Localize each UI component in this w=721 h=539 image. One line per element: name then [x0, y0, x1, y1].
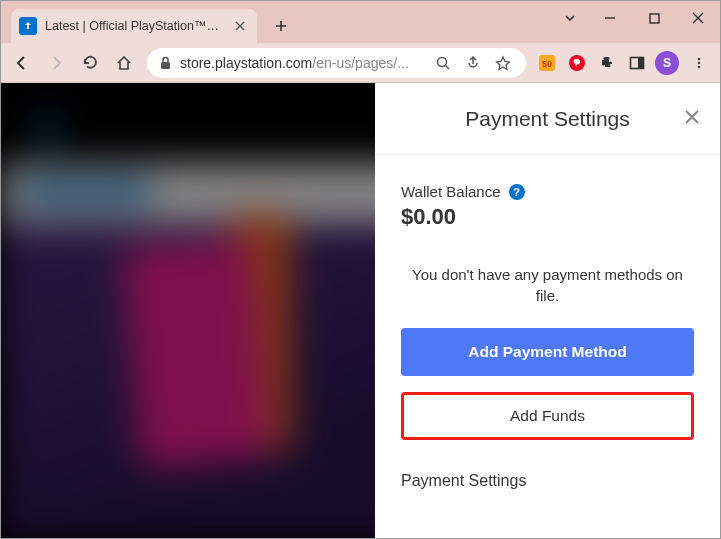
page-content: Payment Settings Wallet Balance ? $0.00 … [1, 83, 720, 538]
svg-point-9 [698, 61, 701, 64]
lock-icon [159, 56, 172, 70]
payment-settings-panel: Payment Settings Wallet Balance ? $0.00 … [375, 83, 720, 538]
panel-title: Payment Settings [465, 107, 630, 131]
home-button[interactable] [109, 48, 139, 78]
extension-pinterest-icon[interactable] [564, 50, 590, 76]
extensions-puzzle-icon[interactable] [594, 50, 620, 76]
browser-window: Latest | Official PlayStation™Store stor… [0, 0, 721, 539]
minimize-button[interactable] [588, 3, 632, 33]
svg-rect-1 [161, 62, 170, 69]
svg-text:50: 50 [542, 59, 552, 69]
new-tab-button[interactable] [267, 12, 295, 40]
wallet-balance-amount: $0.00 [401, 204, 694, 230]
kebab-menu-icon[interactable] [684, 48, 714, 78]
url-text: store.playstation.com/en-us/pages/... [180, 55, 424, 71]
tab-search-button[interactable] [552, 3, 588, 33]
profile-avatar[interactable]: S [654, 50, 680, 76]
close-window-button[interactable] [676, 3, 720, 33]
back-button[interactable] [7, 48, 37, 78]
extension-honey-icon[interactable]: 50 [534, 50, 560, 76]
payment-settings-link[interactable]: Payment Settings [401, 466, 694, 490]
svg-point-2 [438, 57, 447, 66]
reload-button[interactable] [75, 48, 105, 78]
svg-rect-7 [638, 57, 644, 68]
add-funds-button[interactable]: Add Funds [401, 392, 694, 440]
side-panel-icon[interactable] [624, 50, 650, 76]
close-tab-icon[interactable] [233, 19, 247, 33]
svg-point-10 [698, 65, 701, 68]
address-bar[interactable]: store.playstation.com/en-us/pages/... [147, 48, 526, 78]
wallet-balance-row: Wallet Balance ? [401, 183, 694, 200]
window-controls [552, 1, 720, 35]
add-payment-method-button[interactable]: Add Payment Method [401, 328, 694, 376]
panel-header: Payment Settings [375, 83, 720, 155]
zoom-icon[interactable] [432, 48, 454, 78]
bookmark-star-icon[interactable] [492, 48, 514, 78]
no-payment-methods-message: You don't have any payment methods on fi… [405, 264, 690, 306]
browser-tab[interactable]: Latest | Official PlayStation™Store [11, 9, 257, 43]
share-icon[interactable] [462, 48, 484, 78]
tab-title: Latest | Official PlayStation™Store [45, 19, 225, 33]
panel-body[interactable]: Wallet Balance ? $0.00 You don't have an… [375, 155, 720, 538]
ps-store-favicon [19, 17, 37, 35]
svg-point-8 [698, 57, 701, 60]
wallet-balance-label: Wallet Balance [401, 183, 501, 200]
help-icon[interactable]: ? [509, 184, 525, 200]
maximize-button[interactable] [632, 3, 676, 33]
svg-rect-0 [650, 14, 659, 23]
titlebar: Latest | Official PlayStation™Store [1, 1, 720, 43]
toolbar: store.playstation.com/en-us/pages/... 50… [1, 43, 720, 83]
forward-button[interactable] [41, 48, 71, 78]
close-panel-button[interactable] [680, 105, 704, 129]
